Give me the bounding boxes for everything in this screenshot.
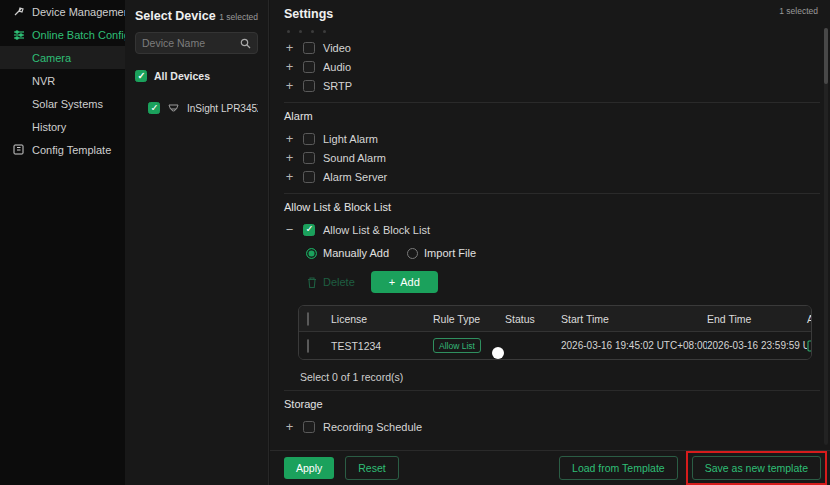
section-divider [284, 193, 820, 194]
import-file-radio[interactable]: Import File [407, 247, 476, 259]
search-icon[interactable] [240, 38, 251, 49]
sidebar-item-solar-systems[interactable]: Solar Systems [0, 92, 125, 115]
section-divider [284, 390, 820, 391]
sidebar: Device Management Online Batch Config ⌃ … [0, 0, 125, 485]
column-header-rule-type: Rule Type [433, 313, 505, 325]
tree-item-label: SRTP [323, 80, 352, 92]
end-time-cell: 2026-03-16 23:59:59 U [707, 340, 807, 351]
device-management-icon [12, 5, 25, 18]
column-header-start-time: Start Time [561, 313, 707, 325]
tree-item-allow-list[interactable]: − Allow List & Block List [284, 220, 820, 239]
table-header-row: License Rule Type Status Start Time End … [299, 306, 811, 331]
expand-plus-icon[interactable]: + [284, 61, 295, 72]
select-device-title: Select Device [135, 9, 216, 23]
alarm-server-checkbox[interactable] [303, 171, 315, 183]
tree-item-light-alarm[interactable]: + Light Alarm [284, 129, 820, 148]
tree-item-label: Light Alarm [323, 133, 378, 145]
manually-add-label: Manually Add [323, 247, 389, 259]
allow-list-table: License Rule Type Status Start Time End … [298, 305, 812, 360]
sidebar-item-label: NVR [32, 75, 55, 87]
select-all-checkbox[interactable] [307, 312, 309, 326]
video-checkbox[interactable] [303, 42, 315, 54]
tree-item-label: Audio [323, 61, 351, 73]
sound-alarm-checkbox[interactable] [303, 152, 315, 164]
sidebar-item-online-batch-config[interactable]: Online Batch Config ⌃ [0, 23, 125, 46]
row-checkbox[interactable] [307, 339, 309, 353]
light-alarm-checkbox[interactable] [303, 133, 315, 145]
all-devices-checkbox[interactable] [135, 70, 147, 82]
tree-item-audio[interactable]: + Audio [284, 57, 820, 76]
sidebar-item-label: Device Management [32, 6, 133, 18]
sidebar-item-device-management[interactable]: Device Management [0, 0, 125, 23]
sidebar-item-config-template[interactable]: Config Template [0, 138, 125, 161]
radio-on-icon [306, 248, 317, 259]
alarm-section-label: Alarm [284, 110, 820, 122]
config-template-icon [12, 143, 25, 156]
sidebar-item-history[interactable]: History [0, 115, 125, 138]
device-list-item[interactable]: InSight LPR345Z 1... [148, 102, 258, 114]
scrollbar-track[interactable] [824, 28, 828, 445]
sidebar-item-label: Camera [32, 52, 71, 64]
sidebar-item-camera[interactable]: Camera [0, 46, 125, 69]
tree-item-srtp[interactable]: + SRTP [284, 76, 820, 95]
column-header-license: License [331, 313, 433, 325]
add-button[interactable]: + Add [371, 271, 438, 293]
start-time-cell: 2026-03-16 19:45:02 UTC+08:00 [561, 340, 707, 351]
tree-item-video[interactable]: + Video [284, 38, 820, 57]
expand-plus-icon[interactable]: + [284, 80, 295, 91]
allow-list-checkbox[interactable] [303, 224, 315, 236]
expand-plus-icon[interactable]: + [284, 171, 295, 182]
tree-item-alarm-server[interactable]: + Alarm Server [284, 167, 820, 186]
srtp-checkbox[interactable] [303, 80, 315, 92]
expand-plus-icon[interactable]: + [284, 421, 295, 432]
record-summary: Select 0 of 1 record(s) [300, 371, 820, 383]
sidebar-item-label: Config Template [32, 144, 111, 156]
clipped-row-dots [284, 25, 820, 38]
device-search-box [135, 32, 258, 54]
column-header-status: Status [505, 313, 561, 325]
tree-item-recording-schedule[interactable]: + Recording Schedule [284, 417, 820, 436]
all-devices-label: All Devices [154, 70, 210, 82]
expand-plus-icon[interactable]: + [284, 133, 295, 144]
expand-plus-icon[interactable]: + [284, 42, 295, 53]
apply-button[interactable]: Apply [284, 457, 334, 479]
section-divider [284, 102, 820, 103]
tree-item-label: Allow List & Block List [323, 224, 430, 236]
tree-item-label: Alarm Server [323, 171, 387, 183]
sidebar-item-label: History [32, 121, 66, 133]
rule-type-badge: Allow List [433, 338, 481, 353]
tree-item-label: Recording Schedule [323, 421, 422, 433]
settings-panel: Settings 1 selected + Video + Audio + SR… [270, 0, 830, 485]
delete-label: Delete [323, 276, 355, 288]
plus-icon: + [389, 276, 395, 288]
sidebar-item-label: Online Batch Config [32, 29, 130, 41]
settings-selected-count: 1 selected [779, 6, 818, 16]
delete-button[interactable]: Delete [306, 276, 355, 289]
expand-plus-icon[interactable]: + [284, 152, 295, 163]
batch-config-icon [12, 28, 25, 41]
column-header-action: Action [807, 313, 812, 325]
sidebar-item-nvr[interactable]: NVR [0, 69, 125, 92]
device-checkbox[interactable] [148, 102, 160, 114]
reset-button[interactable]: Reset [345, 456, 398, 480]
edit-icon[interactable] [807, 339, 812, 352]
save-as-new-template-button[interactable]: Save as new template [692, 456, 821, 480]
recording-schedule-checkbox[interactable] [303, 421, 315, 433]
load-from-template-button[interactable]: Load from Template [559, 456, 678, 480]
scrollbar-thumb[interactable] [824, 28, 828, 84]
manually-add-radio[interactable]: Manually Add [306, 247, 389, 259]
tree-item-sound-alarm[interactable]: + Sound Alarm [284, 148, 820, 167]
settings-title: Settings [270, 0, 830, 21]
allow-list-section-label: Allow List & Block List [284, 201, 820, 213]
device-search-input[interactable] [142, 37, 240, 49]
all-devices-row[interactable]: All Devices [135, 70, 258, 82]
collapse-minus-icon[interactable]: − [284, 224, 295, 235]
storage-section-label: Storage [284, 398, 820, 410]
audio-checkbox[interactable] [303, 61, 315, 73]
device-selected-count: 1 selected [219, 12, 258, 22]
table-row: TEST1234 Allow List 2026-03-16 19:45:02 … [299, 331, 811, 359]
device-name: InSight LPR345Z 1... [187, 103, 258, 114]
column-header-end-time: End Time [707, 313, 807, 325]
import-file-label: Import File [424, 247, 476, 259]
add-label: Add [400, 276, 420, 288]
